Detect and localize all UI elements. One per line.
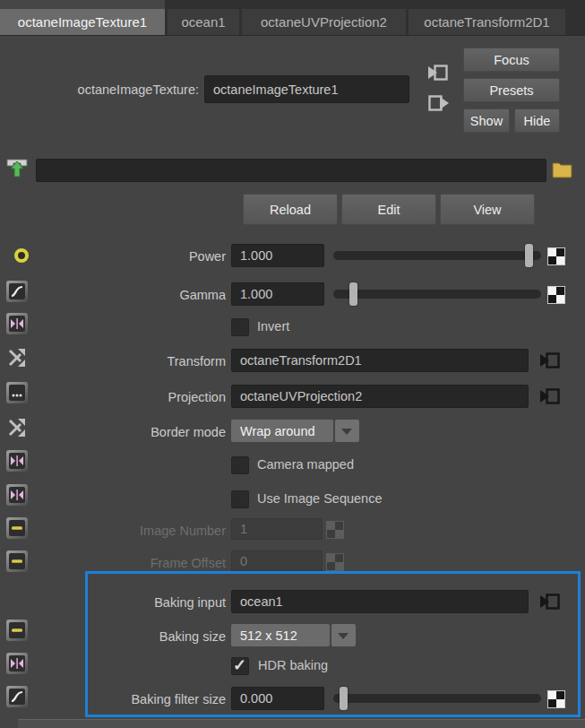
curve-icon — [6, 686, 28, 707]
image-number-label: Image Number — [36, 524, 226, 539]
checker-map-icon — [326, 521, 344, 539]
tab-bar: octaneImageTexture1 ocean1 octaneUVProje… — [0, 0, 585, 36]
baking-filter-size-slider[interactable] — [333, 687, 541, 710]
folder-icon[interactable] — [551, 160, 573, 178]
reverse-arrows-icon — [6, 313, 28, 334]
transform-label: Transform — [36, 354, 226, 369]
tab-label: octaneImageTexture1 — [18, 14, 147, 30]
hide-button[interactable]: Hide — [514, 108, 560, 133]
reverse-arrows-icon — [6, 450, 28, 472]
dots-box-icon — [6, 382, 28, 403]
chevron-down-icon[interactable] — [331, 624, 356, 646]
baking-size-label: Baking size — [36, 629, 226, 645]
tab-bar-strip — [0, 0, 165, 9]
baking-filter-size-input[interactable] — [231, 687, 324, 710]
baking-input-input[interactable] — [231, 590, 529, 613]
output-connection-icon[interactable] — [427, 92, 449, 114]
tab-label: ocean1 — [181, 14, 225, 30]
frame-offset-input — [231, 550, 323, 572]
use-image-sequence-label: Use Image Sequence — [257, 491, 382, 506]
view-button[interactable]: View — [440, 194, 535, 225]
focus-button[interactable]: Focus — [463, 48, 560, 72]
file-path-input[interactable] — [36, 159, 546, 182]
reload-button[interactable]: Reload — [243, 194, 338, 225]
slider-handle[interactable] — [349, 282, 357, 306]
tab-label: octaneTransform2D1 — [424, 14, 549, 30]
slider-handle[interactable] — [340, 687, 348, 710]
checker-map-icon[interactable] — [547, 247, 565, 265]
texture-placement-icon[interactable] — [5, 156, 29, 179]
border-mode-label: Border mode — [36, 425, 226, 440]
show-button[interactable]: Show — [463, 108, 510, 133]
tab-octaneimagetexture1[interactable]: octaneImageTexture1 — [0, 9, 165, 35]
input-connection-icon[interactable] — [539, 591, 561, 612]
input-connection-icon[interactable] — [427, 62, 449, 83]
tab-octanetransform2d1[interactable]: octaneTransform2D1 — [409, 9, 565, 35]
invert-label: Invert — [257, 319, 289, 334]
baking-input-label: Baking input — [36, 595, 226, 611]
tab-octaneuvprojection2[interactable]: octaneUVProjection2 — [242, 9, 406, 35]
border-mode-dropdown[interactable]: Wrap around — [231, 420, 333, 442]
tab-ocean1[interactable]: ocean1 — [168, 9, 239, 35]
use-image-sequence-checkbox[interactable] — [231, 490, 249, 508]
gamma-input[interactable] — [231, 282, 324, 306]
shuffle-arrows-icon — [5, 416, 29, 439]
frame-offset-label: Frame Offset — [36, 556, 226, 571]
reverse-arrows-icon — [6, 484, 28, 506]
slider-track[interactable] — [333, 251, 541, 260]
range-bar-icon — [6, 620, 28, 641]
power-slider[interactable] — [333, 244, 541, 267]
tab-label: octaneUVProjection2 — [261, 14, 387, 30]
yellow-ring-icon — [14, 248, 29, 263]
shuffle-arrows-icon — [5, 346, 29, 369]
projection-input[interactable] — [231, 385, 529, 408]
range-bar-icon — [6, 517, 28, 539]
camera-mapped-label: Camera mapped — [257, 457, 354, 472]
slider-track[interactable] — [333, 694, 541, 703]
slider-track[interactable] — [333, 290, 541, 299]
edit-button[interactable]: Edit — [341, 194, 436, 225]
baking-filter-size-label: Baking filter size — [36, 692, 226, 707]
power-label: Power — [36, 249, 226, 264]
camera-mapped-checkbox[interactable] — [231, 456, 249, 474]
power-input[interactable] — [231, 244, 324, 267]
gamma-slider[interactable] — [333, 282, 541, 306]
curve-icon — [6, 281, 28, 302]
hdr-baking-label: HDR baking — [258, 658, 328, 672]
checker-map-icon[interactable] — [547, 690, 565, 708]
bottom-section-edge — [18, 719, 585, 728]
presets-button[interactable]: Presets — [463, 78, 560, 102]
reverse-arrows-icon — [6, 653, 28, 674]
invert-checkbox[interactable] — [231, 318, 249, 336]
checker-map-icon[interactable] — [547, 286, 565, 304]
transform-input[interactable] — [231, 349, 529, 372]
range-bar-icon — [6, 550, 28, 572]
node-type-label: octaneImageTexture: — [18, 82, 199, 98]
baking-size-dropdown[interactable]: 512 x 512 — [231, 624, 330, 646]
checker-map-icon — [326, 553, 344, 571]
slider-handle[interactable] — [525, 244, 533, 267]
hdr-baking-checkbox[interactable] — [231, 657, 249, 675]
projection-label: Projection — [36, 390, 226, 405]
node-name-input[interactable] — [204, 75, 409, 103]
gamma-label: Gamma — [36, 288, 226, 303]
image-number-input — [231, 518, 323, 540]
input-connection-icon[interactable] — [539, 350, 561, 371]
input-connection-icon[interactable] — [539, 386, 561, 407]
chevron-down-icon[interactable] — [335, 420, 359, 442]
